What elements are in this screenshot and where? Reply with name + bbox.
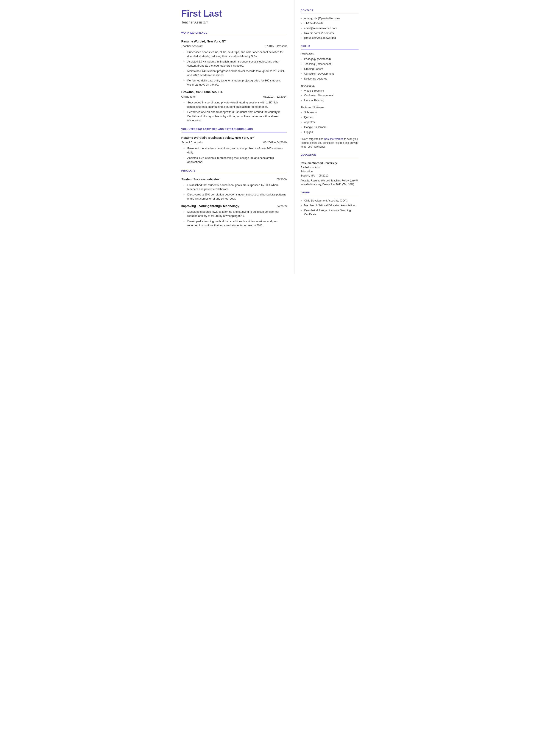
other-section: OTHER Child Development Associate (CDA).…	[301, 191, 358, 216]
contact-divider	[301, 14, 358, 14]
other-item: Growthsi Multi-Age Licensure Teaching Ce…	[301, 209, 358, 216]
project-bullets-2: Motivated students towards learning and …	[182, 210, 287, 228]
job-date-2: 06/2010 – 12/2014	[263, 95, 287, 99]
skill-item: Teaching (Experienced)	[301, 62, 358, 66]
project-name-2: Improving Learning through Technology	[182, 204, 239, 209]
bullet-item: Performed daily data entry tasks on stud…	[183, 78, 287, 87]
skill-item: Curriculum Development	[301, 72, 358, 76]
edu-awards: Awards: Resume Worded Teaching Fellow (o…	[301, 179, 358, 186]
job-bullets-1: Supervised sports teams, clubs, field tr…	[182, 50, 287, 87]
tools-category: Tools and Software:	[301, 106, 358, 110]
candidate-name: First Last	[182, 9, 287, 18]
bullet-item: Developed a learning method that combine…	[183, 219, 287, 228]
job-role-date-1: Teacher Assistant 01/2015 – Present	[182, 44, 287, 50]
contact-item: email@resumeworded.com	[301, 26, 358, 30]
techniques-category: Techniques:	[301, 84, 358, 88]
edu-school: Resume Worded University	[301, 161, 358, 165]
vol-company-1: Resume Worded's Business Society, New Yo…	[182, 136, 254, 140]
bullet-item: Assisted 1.2K students in processing the…	[183, 156, 287, 164]
vol-header-1: Resume Worded's Business Society, New Yo…	[182, 136, 287, 140]
job-company-2: Growthsi, San Francisco, CA	[182, 90, 223, 95]
skill-item: Google Classroom	[301, 125, 358, 129]
bullet-item: Established that students' educational g…	[183, 183, 287, 191]
tools-list: Schoology Quizlet Appletree Google Class…	[301, 111, 358, 134]
job-bullets-2: Succeeded in coordinating private virtua…	[182, 100, 287, 123]
contact-list: Albany, NY (Open to Remote) +1-234-456-7…	[301, 16, 358, 40]
other-item: Child Development Associate (CDA).	[301, 199, 358, 203]
work-experience-divider	[182, 36, 287, 36]
other-item: Member of National Education Association…	[301, 204, 358, 208]
education-label: EDUCATION	[301, 153, 358, 157]
vol-role-1: School Counselor	[182, 140, 204, 145]
resume-page: First Last Teacher Assistant WORK EXPERI…	[171, 0, 365, 274]
hard-skills-category: Hard Skills:	[301, 52, 358, 56]
skills-label: SKILLS	[301, 44, 358, 48]
project-name-1: Student Success Indicator	[182, 177, 219, 182]
job-company-1: Resume Worded, New York, NY	[182, 39, 226, 44]
right-column: CONTACT Albany, NY (Open to Remote) +1-2…	[295, 0, 365, 274]
job-date-1: 01/2015 – Present	[264, 44, 287, 48]
job-header-2: Growthsi, San Francisco, CA	[182, 90, 287, 95]
bullet-item: Assisted 1.3K students in English, math,…	[183, 60, 287, 68]
skill-item: Flipgrid	[301, 130, 358, 134]
job-role-2: Online tutor	[182, 95, 196, 99]
bullet-item: Performed one-on-one tutoring with 3K st…	[183, 110, 287, 123]
project-date-2: 04/2009	[277, 204, 287, 209]
bullet-item: Discovered a 95% correlation between stu…	[183, 192, 287, 201]
contact-item: +1-234-456-789	[301, 21, 358, 25]
edu-location-date: Boston, MA — 05/2010	[301, 174, 358, 178]
skill-item: Quizlet	[301, 115, 358, 119]
skill-item: Pedagogy (Advanced)	[301, 57, 358, 61]
job-role-1: Teacher Assistant	[182, 44, 203, 48]
project-header-2: Improving Learning through Technology 04…	[182, 204, 287, 209]
resume-worded-link[interactable]: Resume Worded	[324, 137, 344, 141]
projects-divider	[182, 174, 287, 174]
education-divider	[301, 158, 358, 158]
skills-tip: • Don't forget to use Resume Worded to s…	[301, 137, 358, 149]
skills-section: SKILLS Hard Skills: Pedagogy (Advanced) …	[301, 44, 358, 149]
left-column: First Last Teacher Assistant WORK EXPERI…	[171, 0, 295, 274]
volunteering-label: VOLUNTEERING ACTIVITIES AND EXTRACURRICU…	[182, 127, 287, 131]
contact-item: Albany, NY (Open to Remote)	[301, 16, 358, 20]
skill-item: Schoology	[301, 111, 358, 115]
skill-item: Appletree	[301, 120, 358, 124]
bullet-item: Resolved the academic, emotional, and so…	[183, 146, 287, 155]
job-role-date-2: Online tutor 06/2010 – 12/2014	[182, 95, 287, 100]
skill-item: Delivering Lectures	[301, 77, 358, 81]
projects-label: PROJECTS	[182, 169, 287, 173]
candidate-title: Teacher Assistant	[182, 20, 287, 25]
project-bullets-1: Established that students' educational g…	[182, 183, 287, 201]
project-header-1: Student Success Indicator 05/2009	[182, 177, 287, 182]
bullet-item: Supervised sports teams, clubs, field tr…	[183, 50, 287, 58]
vol-role-date-1: School Counselor 06/2009 – 04/2010	[182, 140, 287, 146]
contact-item: github.com/resumeworded	[301, 36, 358, 40]
vol-bullets-1: Resolved the academic, emotional, and so…	[182, 146, 287, 164]
skill-item: Video Streaming	[301, 89, 358, 93]
work-experience-label: WORK EXPERIENCE	[182, 31, 287, 35]
contact-item: linkedin.com/in/username	[301, 31, 358, 35]
bullet-item: Succeeded in coordinating private virtua…	[183, 100, 287, 109]
job-header-1: Resume Worded, New York, NY	[182, 39, 287, 44]
vol-date-1: 06/2009 – 04/2010	[263, 140, 287, 145]
project-date-1: 05/2009	[277, 177, 287, 182]
techniques-list: Video Streaming Curriculum Management Le…	[301, 89, 358, 102]
education-section: EDUCATION Resume Worded University Bache…	[301, 153, 358, 186]
other-list: Child Development Associate (CDA). Membe…	[301, 199, 358, 216]
edu-field: Education	[301, 170, 358, 174]
bullet-item: Maintained 440 student progress and beha…	[183, 69, 287, 77]
edu-degree: Bachelor of Arts	[301, 165, 358, 170]
contact-label: CONTACT	[301, 9, 358, 12]
skill-item: Curriculum Management	[301, 94, 358, 98]
hard-skills-list: Pedagogy (Advanced) Teaching (Experience…	[301, 57, 358, 81]
other-label: OTHER	[301, 191, 358, 194]
skill-item: Lesson Planning	[301, 98, 358, 102]
skill-item: Grading Papers	[301, 67, 358, 71]
bullet-item: Motivated students towards learning and …	[183, 210, 287, 218]
